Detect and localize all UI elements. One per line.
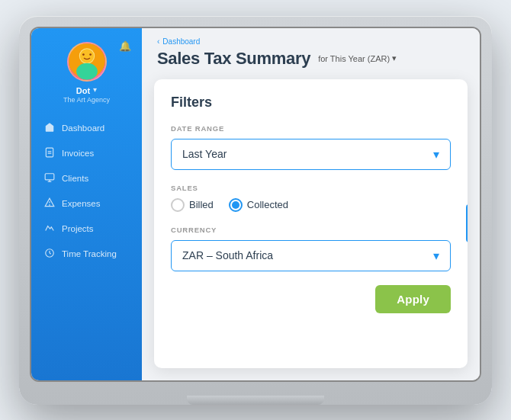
top-bar: ‹ Dashboard Sales Tax Summary for This Y…: [142, 28, 480, 75]
date-range-value: Last Year: [182, 148, 227, 160]
sidebar-item-expenses[interactable]: Expenses: [31, 191, 142, 216]
year-badge[interactable]: for This Year (ZAR) ▾: [318, 53, 397, 63]
time-tracking-icon: [43, 248, 56, 261]
sales-section: SALES Billed Collected: [171, 184, 451, 212]
date-range-chevron: ▾: [433, 147, 439, 162]
page-title: Sales Tax Summary: [157, 49, 310, 69]
laptop-base: [187, 396, 324, 405]
svg-point-5: [89, 53, 92, 56]
radio-billed-circle: [171, 198, 185, 212]
sidebar-item-projects-label: Projects: [62, 224, 94, 233]
sidebar-item-invoices[interactable]: Invoices: [31, 141, 142, 166]
sidebar-item-time-tracking[interactable]: Time Tracking: [31, 242, 142, 267]
page-title-row: Sales Tax Summary for This Year (ZAR) ▾: [157, 49, 464, 69]
date-range-label: DATE RANGE: [171, 124, 451, 133]
user-menu-chevron[interactable]: ▾: [93, 85, 97, 94]
bell-icon[interactable]: 🔔: [119, 39, 131, 53]
sales-radio-group: Billed Collected: [171, 198, 451, 212]
laptop-frame: 🔔 Dot: [19, 16, 492, 405]
radio-collected[interactable]: Collected: [229, 198, 288, 212]
laptop-screen: 🔔 Dot: [30, 27, 481, 382]
radio-billed[interactable]: Billed: [171, 198, 214, 212]
user-company: The Art Agency: [63, 96, 110, 104]
sidebar-item-expenses-label: Expenses: [62, 199, 101, 208]
sidebar-item-invoices-label: Invoices: [62, 149, 94, 158]
svg-point-3: [79, 49, 93, 63]
sidebar-item-time-tracking-label: Time Tracking: [62, 249, 117, 258]
sidebar: 🔔 Dot: [31, 28, 142, 380]
date-range-select[interactable]: Last Year ▾: [171, 139, 451, 170]
invoices-icon: [43, 147, 56, 160]
currency-section: CURRENCY ZAR – South Africa ▾: [171, 226, 451, 271]
user-name: Dot: [76, 86, 90, 95]
breadcrumb-label[interactable]: Dashboard: [162, 37, 200, 46]
radio-collected-label: Collected: [247, 199, 288, 210]
svg-point-4: [82, 53, 85, 56]
avatar: [67, 42, 107, 82]
sidebar-item-dashboard-label: Dashboard: [62, 123, 104, 133]
filter-panel: Filters DATE RANGE Last Year ▾ SALES Bil…: [154, 79, 468, 368]
svg-point-2: [76, 63, 98, 79]
right-tab-decoration: [466, 204, 468, 242]
svg-rect-6: [46, 148, 53, 157]
radio-collected-circle: [229, 198, 243, 212]
sidebar-item-dashboard[interactable]: Dashboard: [31, 116, 142, 141]
filter-panel-title: Filters: [171, 95, 451, 111]
expenses-icon: [43, 197, 56, 210]
apply-button[interactable]: Apply: [375, 285, 451, 313]
apply-button-wrap: Apply: [171, 285, 451, 313]
svg-rect-9: [45, 173, 54, 179]
clients-icon: [43, 172, 56, 185]
dashboard-icon: [43, 122, 56, 135]
sidebar-item-projects[interactable]: Projects: [31, 216, 142, 242]
period-label: for This Year (ZAR): [318, 54, 390, 63]
sales-label: SALES: [171, 184, 451, 192]
currency-select[interactable]: ZAR – South Africa ▾: [171, 240, 451, 271]
svg-line-17: [50, 253, 51, 254]
currency-label: CURRENCY: [171, 226, 451, 234]
currency-chevron: ▾: [433, 248, 439, 263]
projects-icon: [43, 223, 56, 236]
breadcrumb-arrow: ‹: [157, 37, 159, 46]
main-content: ‹ Dashboard Sales Tax Summary for This Y…: [142, 28, 480, 380]
svg-point-14: [50, 204, 50, 205]
period-chevron: ▾: [392, 53, 397, 63]
breadcrumb: ‹ Dashboard: [157, 37, 464, 46]
sidebar-item-clients-label: Clients: [62, 174, 88, 183]
sidebar-item-clients[interactable]: Clients: [31, 166, 142, 191]
radio-billed-label: Billed: [189, 199, 214, 210]
currency-value: ZAR – South Africa: [182, 249, 273, 261]
user-info: Dot ▾ The Art Agency: [63, 85, 110, 104]
